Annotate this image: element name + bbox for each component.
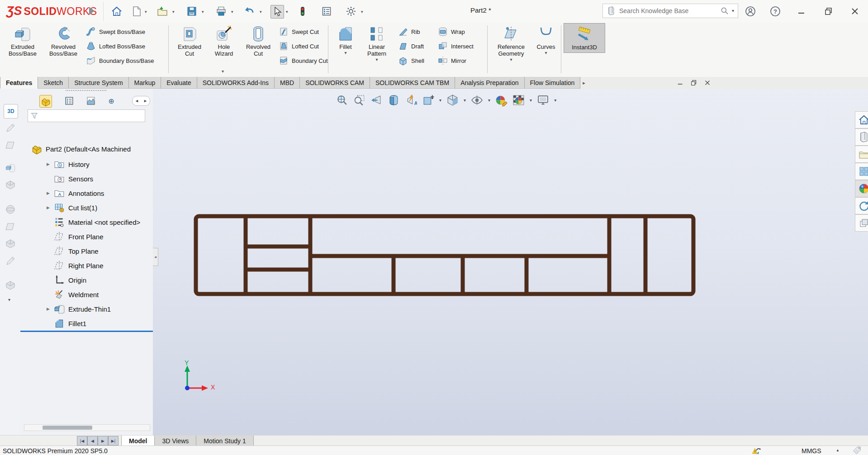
tab-solidworks-add-ins[interactable]: SOLIDWORKS Add-Ins xyxy=(197,77,275,89)
cut-group-dropdown[interactable]: ▾ xyxy=(222,69,224,74)
print-dropdown[interactable]: ▾ xyxy=(231,9,233,14)
ribbon-restore-button[interactable] xyxy=(688,78,699,88)
menu-expand-arrow[interactable] xyxy=(89,7,95,15)
taskpane-tab-appearances[interactable] xyxy=(855,180,868,197)
tree-item-top-plane[interactable]: Top Plane xyxy=(20,244,153,258)
restore-button[interactable] xyxy=(822,5,835,18)
shell-button[interactable]: Shell xyxy=(398,55,424,66)
lofted-boss-base-button[interactable]: Lofted Boss/Base xyxy=(86,41,145,52)
arrow-right-icon[interactable]: ► xyxy=(143,99,147,103)
draft-button[interactable]: Draft xyxy=(398,41,424,52)
tree-root[interactable]: Part2 (Default<As Machined xyxy=(20,142,153,156)
taskpane-tab-forum[interactable] xyxy=(855,214,868,232)
model-tab[interactable]: Model xyxy=(121,436,155,446)
taskpane-tab-resources[interactable] xyxy=(855,111,868,128)
hole-wizard-button[interactable]: Hole Wizard xyxy=(208,25,240,57)
undo-button[interactable] xyxy=(243,5,256,18)
prev-tab-icon[interactable]: ◀ xyxy=(87,436,98,446)
save-dropdown[interactable]: ▾ xyxy=(202,9,204,14)
home-button[interactable] xyxy=(110,5,123,18)
left-toolbar-button-8[interactable] xyxy=(4,254,17,268)
configurationmanager-tab[interactable] xyxy=(85,95,97,107)
graphics-viewport[interactable]: ◂ A ▾ ▾ ▾ ▾ ▾ xyxy=(153,89,868,435)
revolved-cut-button[interactable]: Revolved Cut xyxy=(241,25,276,57)
lofted-cut-button[interactable]: Lofted Cut xyxy=(279,41,319,52)
scrollbar-thumb[interactable] xyxy=(43,426,92,430)
tree-item-history[interactable]: ▶History xyxy=(20,157,153,171)
tab-mbd[interactable]: MBD xyxy=(275,77,300,89)
next-tab-icon[interactable]: ▶ xyxy=(98,436,108,446)
search-icon[interactable] xyxy=(720,6,729,15)
swept-boss-base-button[interactable]: Swept Boss/Base xyxy=(86,26,145,37)
tab-flow-simulation[interactable]: Flow Simulation xyxy=(525,77,581,89)
left-toolbar-button-9[interactable] xyxy=(4,279,17,292)
tree-item-material[interactable]: Material <not specified> xyxy=(20,215,153,229)
tab-solidworks-cam[interactable]: SOLIDWORKS CAM xyxy=(300,77,370,89)
left-toolbar-button-3[interactable] xyxy=(4,161,17,175)
expand-arrow-icon[interactable]: ▶ xyxy=(47,307,52,311)
fillet-button[interactable]: Fillet▾ xyxy=(332,25,360,55)
revolved-boss-base-button[interactable]: Revolved Boss/Base xyxy=(43,25,83,57)
rebuild-warning-icon[interactable]: ! xyxy=(751,446,762,455)
reference-geometry-button[interactable]: Reference Geometry▾ xyxy=(491,25,531,62)
tab-evaluate[interactable]: Evaluate xyxy=(161,77,197,89)
select-tool-dropdown[interactable]: ▾ xyxy=(286,9,288,14)
reference-geometry-dropdown[interactable]: ▾ xyxy=(510,57,512,62)
save-button[interactable] xyxy=(185,5,198,18)
curves-dropdown[interactable]: ▾ xyxy=(545,51,547,55)
3d-views-tab[interactable]: 3D Views xyxy=(155,436,196,446)
tab-features[interactable]: Features xyxy=(0,77,38,89)
left-toolbar-button-2[interactable] xyxy=(4,138,17,152)
expand-arrow-icon[interactable]: ▶ xyxy=(47,162,52,166)
instant3d-button[interactable]: Instant3D xyxy=(564,23,605,53)
left-toolbar-button-7[interactable] xyxy=(4,237,17,251)
extruded-boss-base-button[interactable]: Extruded Boss/Base xyxy=(3,25,43,57)
tree-item-origin[interactable]: Origin xyxy=(20,273,153,287)
tab-overflow-button[interactable]: ▸ xyxy=(580,77,588,89)
taskpane-tab-custom-properties[interactable] xyxy=(855,197,868,214)
swept-cut-button[interactable]: Swept Cut xyxy=(279,26,319,37)
tab-sketch[interactable]: Sketch xyxy=(38,77,69,89)
left-toolbar-button-6[interactable] xyxy=(4,220,17,233)
panel-grip[interactable] xyxy=(66,90,106,93)
first-tab-icon[interactable]: |◀ xyxy=(77,436,87,446)
ribbon-close-button[interactable] xyxy=(702,78,713,88)
left-toolbar-dropdown[interactable]: ▾ xyxy=(8,295,10,303)
units-dropdown-icon[interactable]: ▲ xyxy=(836,448,840,452)
extruded-cut-button[interactable]: Extruded Cut xyxy=(172,25,207,57)
mirror-button[interactable]: Mirror xyxy=(438,55,466,66)
rebuild-button[interactable] xyxy=(296,5,309,18)
tree-item-weldment[interactable]: Weldment xyxy=(20,288,153,301)
minimize-button[interactable] xyxy=(795,5,808,18)
tree-filter[interactable] xyxy=(28,109,145,122)
linear-pattern-dropdown[interactable]: ▾ xyxy=(375,57,378,62)
dimxpertmanager-tab[interactable]: ⊕ xyxy=(105,95,117,107)
left-toolbar-button-1[interactable] xyxy=(4,121,17,135)
new-document-button[interactable] xyxy=(130,5,143,18)
tree-item-cut-list[interactable]: ▶Cut list(1) xyxy=(20,201,153,214)
boundary-boss-base-button[interactable]: Boundary Boss/Base xyxy=(86,55,154,66)
help-button[interactable]: ? xyxy=(769,5,782,18)
file-properties-button[interactable] xyxy=(320,5,333,18)
options-dropdown[interactable]: ▾ xyxy=(361,9,363,14)
boundary-cut-button[interactable]: Boundary Cut xyxy=(279,55,328,66)
units-indicator[interactable]: MMGS xyxy=(802,447,821,455)
rib-button[interactable]: Rib xyxy=(398,26,420,37)
last-tab-icon[interactable]: ▶| xyxy=(108,436,119,446)
tag-icon[interactable] xyxy=(852,446,862,455)
close-button[interactable] xyxy=(849,5,861,18)
search-input[interactable] xyxy=(618,7,717,15)
expand-arrow-icon[interactable]: ▶ xyxy=(47,191,52,195)
undo-dropdown[interactable]: ▾ xyxy=(260,9,262,14)
left-toolbar-button-5[interactable] xyxy=(4,203,17,216)
curves-button[interactable]: Curves▾ xyxy=(532,25,560,55)
tree-item-extrude-thin1[interactable]: ▶Extrude-Thin1 xyxy=(20,302,153,316)
weldment-frame-drawing[interactable] xyxy=(153,89,868,435)
left-toolbar-button-4[interactable] xyxy=(4,178,17,192)
taskpane-tab-file-explorer[interactable] xyxy=(855,146,868,163)
taskpane-tab-design-library[interactable] xyxy=(855,128,868,146)
arrow-left-icon[interactable]: ◄ xyxy=(135,99,139,103)
panel-tab-arrows[interactable]: ◄► xyxy=(132,96,150,106)
taskpane-tab-view-palette[interactable] xyxy=(855,163,868,180)
tab-structure-system[interactable]: Structure System xyxy=(69,77,128,89)
